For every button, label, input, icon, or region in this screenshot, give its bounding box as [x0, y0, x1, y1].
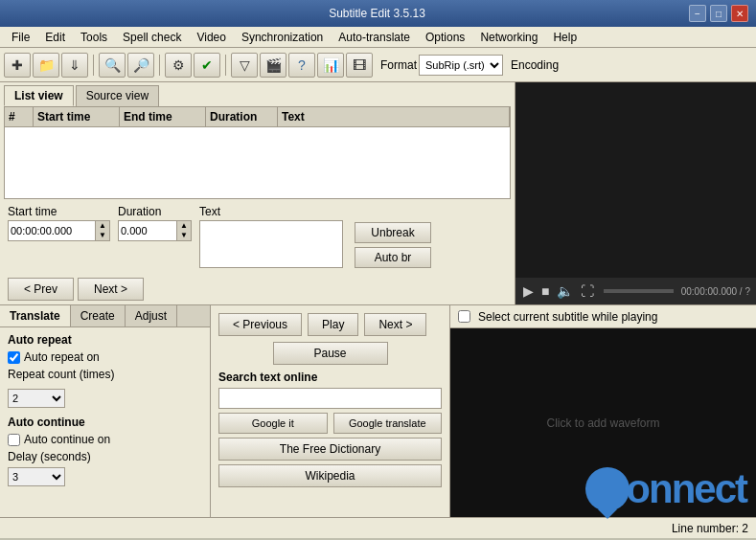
new-button[interactable]: ✚ — [4, 53, 31, 78]
menu-spell-check[interactable]: Spell check — [115, 29, 189, 46]
zoom-out-button[interactable]: 🔎 — [127, 53, 154, 78]
playback-next-button[interactable]: Next > — [364, 313, 426, 336]
minimize-button[interactable]: − — [689, 5, 706, 22]
duration-input[interactable] — [119, 221, 176, 240]
graph-button[interactable]: 📊 — [317, 53, 344, 78]
duration-input-wrap: ▲ ▼ — [118, 220, 192, 241]
format-label: Format — [380, 58, 417, 72]
status-bar: Line number: 2 — [0, 517, 756, 538]
start-time-down[interactable]: ▼ — [96, 231, 109, 240]
start-time-spinners: ▲ ▼ — [95, 221, 109, 240]
zoom-in-button[interactable]: 🔍 — [99, 53, 126, 78]
settings-button[interactable]: ⚙ — [165, 53, 192, 78]
edit-action-buttons: Unbreak Auto br — [355, 222, 431, 268]
col-text: Text — [278, 107, 510, 126]
auto-continue-label: Auto continue on — [24, 433, 110, 446]
translate-content: Auto repeat Auto repeat on Repeat count … — [0, 327, 210, 517]
video-play-button[interactable]: ▶ — [521, 283, 536, 299]
auto-repeat-label: Auto repeat on — [24, 350, 100, 364]
format-select[interactable]: SubRip (.srt) — [419, 55, 503, 76]
tab-create[interactable]: Create — [71, 305, 126, 326]
menu-edit[interactable]: Edit — [37, 29, 73, 46]
menu-networking[interactable]: Networking — [472, 29, 545, 46]
encoding-label: Encoding — [511, 58, 559, 72]
select-current-checkbox[interactable] — [458, 310, 470, 323]
video-panel: ▶ ■ 🔈 ⛶ 00:00:00.000 / ? — [515, 82, 756, 304]
video-seek-bar[interactable] — [604, 289, 673, 293]
video-fullscreen-button[interactable]: ⛶ — [579, 283, 596, 299]
connect-logo-wrapper: onnect — [585, 466, 746, 512]
duration-up[interactable]: ▲ — [177, 221, 191, 231]
repeat-count-row: Repeat count (times) — [8, 368, 202, 381]
restore-button[interactable]: □ — [710, 5, 727, 22]
subtitle-text-input[interactable] — [199, 220, 343, 268]
delay-row: Delay (seconds) — [8, 450, 202, 463]
menu-options[interactable]: Options — [418, 29, 472, 46]
toolbar-separator-1 — [93, 55, 94, 76]
prev-button[interactable]: < Prev — [8, 278, 74, 301]
help-button[interactable]: ? — [288, 53, 315, 78]
menu-video[interactable]: Video — [189, 29, 233, 46]
menu-synchronization[interactable]: Synchronization — [234, 29, 331, 46]
delay-label: Delay (seconds) — [8, 450, 91, 463]
auto-repeat-checkbox[interactable] — [8, 351, 20, 364]
playback-prev-button[interactable]: < Previous — [218, 313, 302, 336]
tab-translate[interactable]: Translate — [0, 305, 71, 326]
title-bar-buttons: − □ ✕ — [689, 5, 748, 22]
google-translate-button[interactable]: Google translate — [333, 413, 443, 434]
start-time-group: Start time ▲ ▼ — [8, 205, 110, 241]
unbreak-button[interactable]: Unbreak — [355, 222, 431, 243]
table-header: # Start time End time Duration Text — [5, 107, 510, 127]
start-time-up[interactable]: ▲ — [96, 221, 109, 231]
delay-select[interactable]: 3 — [8, 467, 65, 486]
view-tabs: List view Source view — [0, 82, 515, 106]
col-end: End time — [120, 107, 206, 126]
film-button[interactable]: 🎞 — [346, 53, 373, 78]
edit-area: Start time ▲ ▼ Duration ▲ — [0, 199, 515, 274]
open-button[interactable]: 📁 — [33, 53, 59, 78]
duration-group: Duration ▲ ▼ — [118, 205, 192, 241]
start-time-input[interactable] — [9, 221, 95, 240]
video-area[interactable] — [515, 82, 756, 278]
tab-adjust[interactable]: Adjust — [126, 305, 177, 326]
auto-continue-checkbox[interactable] — [8, 434, 20, 446]
video-volume-button[interactable]: 🔈 — [555, 283, 575, 299]
auto-continue-section: Auto continue Auto continue on — [8, 416, 202, 446]
search-input[interactable] — [218, 388, 442, 409]
menu-tools[interactable]: Tools — [73, 29, 115, 46]
google-it-button[interactable]: Google it — [218, 413, 328, 434]
duration-down[interactable]: ▼ — [177, 231, 191, 240]
bottom-tabs: Translate Create Adjust — [0, 305, 210, 327]
check-button[interactable]: ✔ — [194, 53, 220, 78]
bottom-left-panel: Translate Create Adjust Auto repeat Auto… — [0, 304, 211, 517]
video-stop-button[interactable]: ■ — [539, 283, 551, 299]
next-button[interactable]: Next > — [78, 278, 144, 301]
title-bar: Subtitle Edit 3.5.13 − □ ✕ — [0, 0, 756, 27]
window-title: Subtitle Edit 3.5.13 — [65, 7, 689, 20]
playback-play-button[interactable]: Play — [308, 313, 358, 336]
auto-br-button[interactable]: Auto br — [355, 247, 431, 268]
subtitle-table: # Start time End time Duration Text — [4, 106, 511, 199]
tab-list-view[interactable]: List view — [4, 85, 74, 106]
waveform-area[interactable]: Click to add waveform onnect — [450, 328, 756, 517]
repeat-count-select[interactable]: 2 — [8, 389, 65, 408]
video-controls: ▶ ■ 🔈 ⛶ 00:00:00.000 / ? — [515, 278, 756, 304]
menu-file[interactable]: File — [4, 29, 37, 46]
video-time: 00:00:00.000 / ? — [681, 286, 750, 297]
menu-auto-translate[interactable]: Auto-translate — [331, 29, 418, 46]
waveform-button[interactable]: ▽ — [231, 53, 258, 78]
save-button[interactable]: ⇓ — [61, 53, 88, 78]
close-button[interactable]: ✕ — [731, 5, 748, 22]
select-current-label: Select current subtitle while playing — [478, 310, 657, 324]
menu-help[interactable]: Help — [545, 29, 584, 46]
video-button[interactable]: 🎬 — [260, 53, 286, 78]
tab-source-view[interactable]: Source view — [76, 85, 159, 106]
wikipedia-button[interactable]: Wikipedia — [218, 464, 442, 487]
main-area: List view Source view # Start time End t… — [0, 82, 756, 304]
playback-pause-button[interactable]: Pause — [273, 342, 388, 365]
start-time-label: Start time — [8, 205, 110, 218]
free-dictionary-button[interactable]: The Free Dictionary — [218, 438, 442, 461]
connect-text: onnect — [626, 466, 746, 512]
search-section: Search text online Google it Google tran… — [218, 371, 442, 487]
search-buttons: Google it Google translate — [218, 413, 442, 434]
